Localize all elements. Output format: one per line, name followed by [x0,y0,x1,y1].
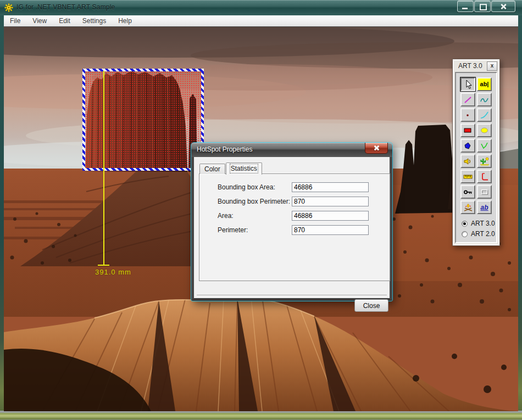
campfire-icon [463,203,474,212]
polyline-tool-button[interactable] [477,139,492,153]
cursor-arrow-icon [463,80,474,89]
tab-color[interactable]: Color [199,164,225,174]
window-titlebar[interactable]: IG for .NET VBNET ART Sample [0,0,522,15]
ellipse-tool-button[interactable] [477,124,492,137]
curve-tool-icon [479,110,490,120]
key-icon [463,187,474,197]
tab-statistics-label: Statistics [231,165,257,172]
rectangle-tool-icon [463,126,474,136]
polygon-tool-icon [463,141,474,151]
freehand-tool-button[interactable] [477,93,492,107]
line-tool-button[interactable] [460,93,475,107]
measurement-line-cap [98,265,109,266]
hollow-rectangle-icon [479,187,490,197]
menu-help[interactable]: Help [112,15,138,26]
area-label: Area: [218,212,234,220]
ruler-icon [463,172,474,182]
radio-button-icon [462,231,468,237]
angle-tool-icon [479,172,490,182]
hollow-rectangle-tool-button[interactable] [477,185,492,199]
field-row-perimeter: Perimeter: [199,225,390,236]
hotspot-properties-dialog: HotSpot Properties Color Statistics Boun… [191,143,392,301]
dialog-separator [197,295,387,296]
line-tool-icon [463,95,474,105]
key-tool-button[interactable] [460,185,475,199]
dialog-title: HotSpot Properties [197,145,252,153]
perimeter-field[interactable] [292,225,369,235]
menu-view[interactable]: View [26,15,53,26]
maximize-icon [480,4,487,10]
ruler-tool-button[interactable] [460,170,475,183]
close-icon [500,3,507,10]
radio-art-30-label: ART 3.0 [471,220,495,227]
freehand-line-icon [479,95,490,105]
dialog-close-button[interactable] [365,143,388,154]
dialog-body: Color Statistics Bounding box Area: Boun… [191,157,392,301]
measurement-label: 391.0 mm [95,268,131,276]
maximize-button[interactable] [474,1,491,12]
art-palette: ART 3.0 x ab| [452,59,500,246]
radio-art-20[interactable]: ART 2.0 [462,230,496,238]
menu-edit[interactable]: Edit [53,15,76,26]
bbox-perimeter-label: Bounding box Perimeter: [218,198,290,205]
window-border-bottom [0,411,522,420]
polyline-tool-icon [479,141,490,151]
minimize-icon [462,8,468,9]
hotspot-tool-button[interactable] [460,200,475,214]
field-row-bbox-perimeter: Bounding box Perimeter: [199,197,390,207]
speaker-icon [463,156,474,166]
curve-tool-button[interactable] [477,108,492,122]
rectangle-tool-button[interactable] [460,124,475,137]
close-button[interactable] [491,1,515,12]
dialog-tabs: Color Statistics [199,162,263,174]
bbox-area-label: Bounding box Area: [218,183,275,191]
dialog-titlebar[interactable]: HotSpot Properties [191,143,392,157]
art-palette-titlebar[interactable]: ART 3.0 x [454,60,498,71]
text-tool-icon: ab| [480,81,489,87]
cactus-scene-icon [479,156,490,166]
window-border-right [518,15,522,411]
minimize-button[interactable] [457,1,474,12]
art-palette-title: ART 3.0 [458,62,482,70]
field-row-bbox-area: Bounding box Area: [199,182,390,193]
point-tool-button[interactable] [460,108,475,122]
art-palette-body: ab| [455,72,497,243]
menu-file[interactable]: File [4,15,26,26]
radio-art-20-label: ART 2.0 [471,230,495,238]
styled-text-icon: ab [480,204,488,211]
tab-statistics[interactable]: Statistics [226,163,262,175]
dialog-close-icon [373,145,380,152]
menu-settings[interactable]: Settings [76,15,112,26]
window-border-left [0,15,4,411]
perimeter-label: Perimeter: [218,226,248,234]
measurement-line [103,71,104,265]
bbox-perimeter-field[interactable] [292,197,369,206]
ellipse-tool-icon [479,126,490,136]
angle-tool-button[interactable] [477,170,492,183]
polygon-tool-button[interactable] [460,139,475,153]
radio-button-icon [462,221,468,227]
point-tool-icon [463,110,474,120]
window-title: IG for .NET VBNET ART Sample [16,3,115,11]
dialog-close-action-button[interactable]: Close [354,299,388,312]
radio-art-30[interactable]: ART 3.0 [462,220,496,227]
palette-close-button[interactable]: x [487,61,497,71]
tool-grid: ab| [456,77,496,214]
app-gear-icon [4,3,13,12]
app-window: { "window": { "title": "IG for .NET VBNE… [0,0,522,420]
tab-color-label: Color [204,165,220,173]
area-field[interactable] [292,211,369,221]
select-tool-button[interactable] [460,77,475,91]
art-version-radios: ART 3.0 ART 2.0 [462,220,496,238]
menu-bar: File View Edit Settings Help [4,15,518,27]
styled-text-tool-button[interactable]: ab [477,200,492,214]
field-row-area: Area: [199,211,390,221]
statistics-tab-panel: Bounding box Area: Bounding box Perimete… [199,173,390,281]
text-tool-button[interactable]: ab| [477,77,492,91]
hotspot-selection[interactable] [82,69,204,171]
bbox-area-field[interactable] [292,182,369,192]
image-stamp-tool-button[interactable] [477,154,492,168]
audio-tool-button[interactable] [460,154,475,168]
